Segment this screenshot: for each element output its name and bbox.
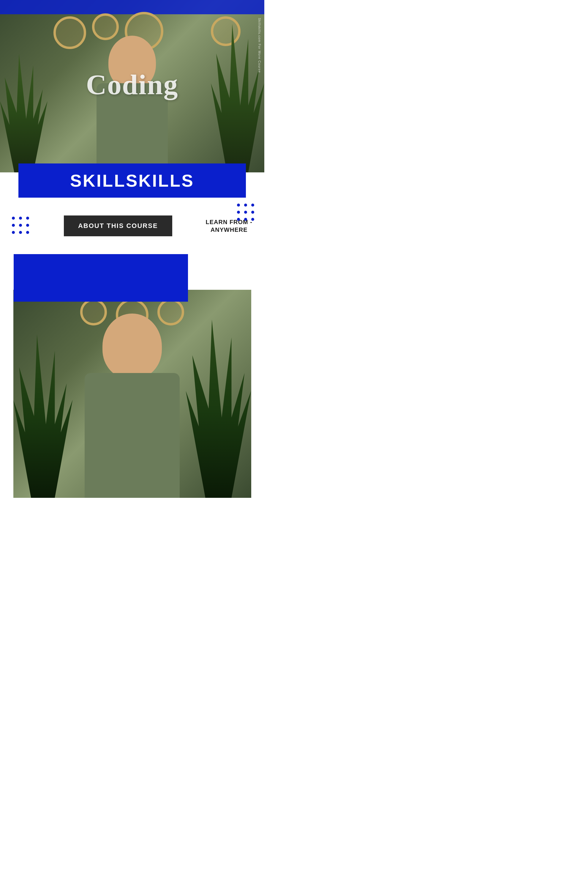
bottom-section: [0, 248, 264, 498]
bottom-video-thumbnail: [14, 290, 251, 498]
bottom-video-background: [14, 290, 251, 498]
dot-grid-top-right: [237, 204, 255, 222]
bottom-plant-right: [186, 319, 251, 498]
bottom-person-figure: [73, 302, 192, 498]
dot-left-6: [26, 224, 29, 227]
dot-left-5: [19, 224, 22, 227]
dot-1: [237, 204, 240, 206]
plant-left: [0, 54, 48, 172]
dot-left-4: [12, 224, 15, 227]
middle-section: ABOUT THIS COURSE LEARN FROM - ANYWHERE: [0, 198, 264, 248]
dot-left-3: [26, 217, 29, 220]
dot-2: [244, 204, 247, 206]
video-hero: Coding Skillskills.com For More Course: [0, 0, 264, 172]
dot-3: [251, 204, 254, 206]
skillskills-banner: SKILLSKILLS: [18, 164, 246, 198]
person-head: [108, 36, 156, 89]
watermark-text: Skillskills.com For More Course: [258, 18, 261, 73]
bottom-plant-left: [14, 334, 73, 498]
dot-9: [251, 218, 254, 221]
dot-6: [251, 211, 254, 214]
dot-4: [237, 211, 240, 214]
top-blue-overlay: [0, 0, 264, 14]
dot-7: [237, 218, 240, 221]
bottom-person-body: [85, 373, 180, 498]
dot-left-9: [26, 231, 29, 234]
dot-left-1: [12, 217, 15, 220]
plant-right: [211, 24, 264, 172]
person-figure: [82, 30, 183, 172]
person-body: [96, 83, 168, 172]
dot-grid-decoration-left: [12, 217, 30, 235]
bottom-person-head: [102, 314, 162, 379]
wall-decor-circle-1: [54, 17, 86, 49]
dot-8: [244, 218, 247, 221]
wall-decor-circle-4: [211, 17, 240, 46]
dot-left-8: [19, 231, 22, 234]
about-course-button[interactable]: ABOUT THIS COURSE: [64, 215, 172, 236]
video-background: Coding Skillskills.com For More Course: [0, 0, 264, 172]
learn-from-line2: ANYWHERE: [206, 226, 252, 234]
dot-5: [244, 211, 247, 214]
skillskills-title: SKILLSKILLS: [30, 171, 234, 191]
dot-grid-decoration-right: [237, 204, 255, 222]
bottom-blue-block: [14, 254, 188, 302]
dot-left-7: [12, 231, 15, 234]
dot-left-2: [19, 217, 22, 220]
